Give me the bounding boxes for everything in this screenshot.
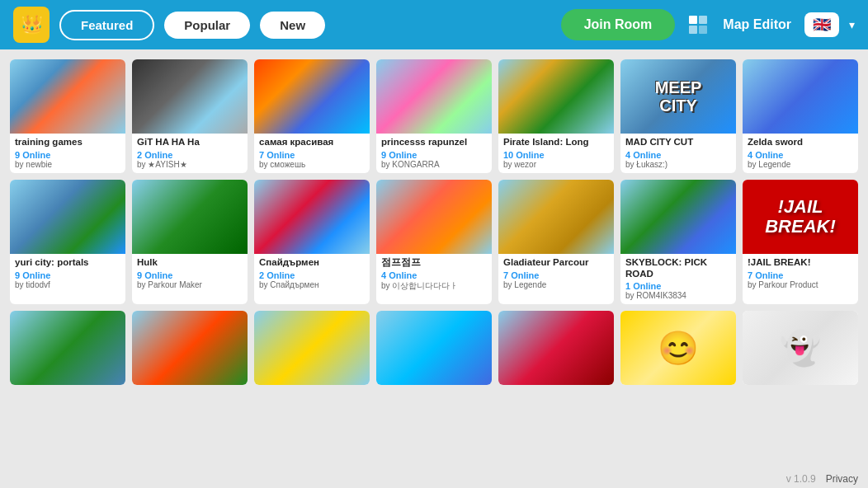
game-author: by wezor [503,160,609,169]
game-card[interactable]: GiT HA HA Ha 2 Online by ★AYISH★ [132,59,248,173]
game-title: training games [15,137,120,148]
game-info: самая красивая 7 Online by сможешь [254,134,370,173]
game-card[interactable]: Gladiateur Parcour 7 Online by Legende [498,180,614,305]
game-author: by tidodvf [15,280,120,289]
version-text: v 1.0.9 [786,473,816,485]
game-title: Hulk [137,257,243,269]
game-author: by сможешь [259,160,365,169]
game-card[interactable] [132,311,248,385]
online-count: 7 Online [259,150,365,160]
game-thumbnail [10,311,125,385]
game-card[interactable]: MEEPCITY MAD CITY CUT 4 Online by Łukasz… [620,59,736,173]
game-info: Gladiateur Parcour 7 Online by Legende [498,254,614,293]
game-title: Zelda sword [748,137,853,148]
meep-city-text: MEEPCITY [655,78,702,115]
game-thumbnail: MEEPCITY [620,59,736,134]
game-card[interactable]: princesss rapunzel 9 Online by KONGARRA [376,59,492,173]
jail-text: !JAILBREAK! [765,197,836,237]
online-count: 4 Online [381,270,487,280]
game-card[interactable]: 👻 [743,311,858,385]
game-card[interactable] [10,311,125,385]
online-count: 9 Online [15,150,120,160]
game-card[interactable]: 점프점프 4 Online by 이상합니다다다ㅏ [376,180,492,305]
featured-nav-button[interactable]: Featured [59,10,154,40]
game-card[interactable] [376,311,492,385]
online-count: 2 Online [259,270,365,280]
game-thumbnail: 👻 [743,311,858,385]
map-editor-icon [685,10,715,40]
online-count: 10 Online [503,150,609,160]
new-nav-button[interactable]: New [260,12,325,39]
popular-nav-button[interactable]: Popular [164,12,250,39]
game-thumbnail [376,311,492,385]
game-card[interactable]: yuri city: portals 9 Online by tidodvf [10,180,125,305]
game-card[interactable]: SKYBLOCK: PICK ROAD 1 Online by ROM4IK38… [620,180,736,305]
online-count: 7 Online [748,270,853,280]
game-author: by Legende [503,280,609,289]
game-info: Zelda sword 4 Online by Legende [743,134,858,173]
game-title: Pirate Island: Long [503,137,609,148]
flag-icon: 🇬🇧 [813,16,831,34]
svg-rect-0 [689,16,697,24]
game-card[interactable] [254,311,370,385]
svg-rect-1 [699,16,707,24]
game-info: training games 9 Online by newbie [10,134,125,173]
game-info: GiT HA HA Ha 2 Online by ★AYISH★ [132,134,248,173]
game-thumbnail [376,59,492,134]
game-title: princesss rapunzel [381,137,487,148]
game-author: by 이상합니다다다ㅏ [381,280,487,292]
game-card[interactable]: training games 9 Online by newbie [10,59,125,173]
game-title: самая красивая [259,137,365,148]
join-room-button[interactable]: Join Room [561,9,676,40]
game-thumbnail [498,180,614,254]
game-info: !JAIL BREAK! 7 Online by Parkour Product [743,254,858,293]
game-card[interactable]: самая красивая 7 Online by сможешь [254,59,370,173]
game-thumbnail [254,59,370,134]
game-card[interactable] [498,311,614,385]
game-title: SKYBLOCK: PICK ROAD [625,257,731,280]
game-thumbnail [498,311,614,385]
game-card[interactable]: Спайдърмен 2 Online by Спайдърмен [254,180,370,305]
game-thumbnail [498,59,614,134]
game-title: 점프점프 [381,257,487,269]
game-info: 점프점프 4 Online by 이상합니다다다ㅏ [376,254,492,296]
game-thumbnail [620,180,736,254]
game-card[interactable]: Pirate Island: Long 10 Online by wezor [498,59,614,173]
language-dropdown-arrow[interactable]: ▾ [849,18,855,31]
online-count: 2 Online [137,150,243,160]
language-button[interactable]: 🇬🇧 [804,12,839,37]
game-info: princesss rapunzel 9 Online by KONGARRA [376,134,492,173]
game-card[interactable]: !JAILBREAK! !JAIL BREAK! 7 Online by Par… [743,180,858,305]
game-thumbnail: !JAILBREAK! [743,180,858,254]
crown-logo[interactable]: 👑 [13,7,50,43]
game-thumbnail: 😊 [620,311,736,385]
privacy-link[interactable]: Privacy [826,473,858,485]
game-info: Спайдърмен 2 Online by Спайдърмен [254,254,370,293]
game-title: Gladiateur Parcour [503,257,609,269]
game-card[interactable]: 😊 [620,311,736,385]
game-thumbnail [10,59,125,134]
map-editor-area[interactable]: Map Editor [685,10,791,40]
game-info: Pirate Island: Long 10 Online by wezor [498,134,614,173]
header: 👑 Featured Popular New Join Room Map Edi… [0,0,868,49]
ghost-icon: 👻 [780,329,821,368]
game-author: by ★AYISH★ [137,160,243,169]
content-area: training games 9 Online by newbie GiT HA… [0,49,868,488]
game-title: !JAIL BREAK! [748,257,853,269]
online-count: 7 Online [503,270,609,280]
game-title: yuri city: portals [15,257,120,269]
online-count: 9 Online [15,270,120,280]
game-thumbnail [132,59,248,134]
svg-rect-2 [689,26,697,34]
game-card[interactable]: Zelda sword 4 Online by Legende [743,59,858,173]
game-title: Спайдърмен [259,257,365,269]
game-info: Hulk 9 Online by Parkour Maker [132,254,248,293]
game-thumbnail [254,311,370,385]
game-card[interactable]: Hulk 9 Online by Parkour Maker [132,180,248,305]
game-title: MAD CITY CUT [625,137,731,148]
game-thumbnail [254,180,370,254]
online-count: 4 Online [625,150,731,160]
games-grid: training games 9 Online by newbie GiT HA… [10,59,858,385]
crown-icon: 👑 [21,14,43,35]
map-editor-label: Map Editor [723,17,791,32]
